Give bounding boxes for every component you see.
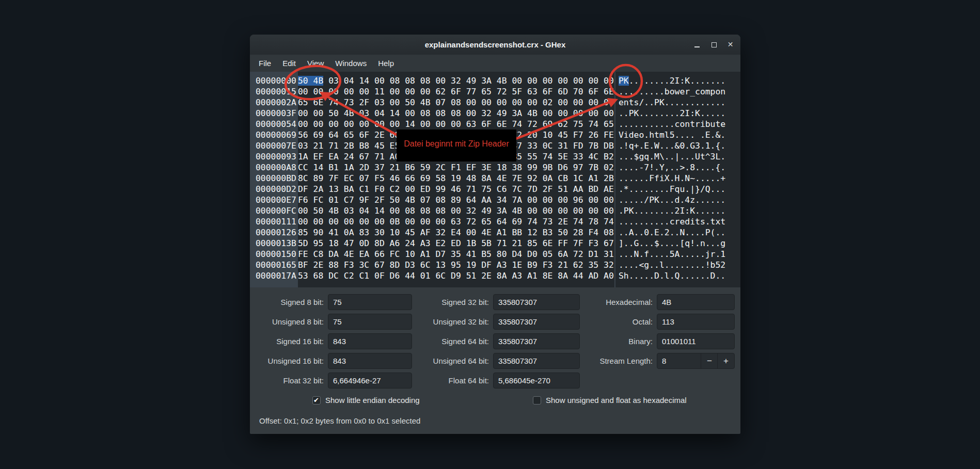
hex-offset: 0000003F (256, 108, 296, 119)
ascii-bytes[interactable]: .!q+.E.W...&0.G3.1.{. (619, 140, 725, 151)
ascii-bytes[interactable]: ...$gq.M\..|...Ut^3L. (619, 151, 725, 162)
checkbox-icon[interactable] (533, 396, 541, 405)
checkbox-unsigned-float-hex[interactable]: Show unsigned and float as hexadecimal (533, 396, 687, 405)
binary-input[interactable]: 01001011 (657, 333, 735, 349)
octal-input[interactable]: 113 (657, 314, 735, 330)
ascii-bytes[interactable]: ......FfiX.H.N~.....+ (619, 173, 725, 184)
hex-bytes[interactable]: CC 14 B1 1A 2D 37 21 B6 59 2C F1 EF 3E 1… (298, 162, 614, 173)
hex-bytes[interactable]: 5D 95 18 47 0D 8D A6 24 A3 E2 ED 1B 5B 7… (298, 238, 614, 249)
unsigned-32-bit-input[interactable]: 335807307 (493, 314, 580, 330)
ascii-bytes[interactable]: ..........credits.txt (619, 216, 725, 227)
hex-row: 000000FC00 50 4B 03 04 14 00 08 08 08 00… (250, 205, 740, 216)
hex-row: 000000D2DF 2A 13 BA C1 F0 C2 00 ED 99 46… (250, 184, 740, 195)
ascii-bytes[interactable]: ]..G...$....[q!.n...g (619, 238, 725, 249)
ascii-bytes[interactable]: ..A..0.E.2..N....P(.. (619, 227, 725, 238)
checkbox-label: Show little endian decoding (325, 396, 420, 405)
hex-row: 000000BD8C 89 7F EC 07 F5 46 66 69 58 19… (250, 173, 740, 184)
hex-bytes[interactable]: 1A EF EA 24 67 71 A0 4D 5C 00 00 7C 00 0… (298, 151, 614, 162)
hex-bytes[interactable]: 85 90 41 0A 83 30 10 45 AF 32 E4 00 4E A… (298, 227, 614, 238)
converter-field: Float 32 bit:6,664946e-27 (250, 373, 412, 389)
hex-bytes[interactable]: 65 6E 74 73 2F 03 00 50 4B 07 08 00 00 0… (298, 97, 614, 108)
hex-offset: 00000165 (256, 260, 296, 270)
stream-length-increment-button[interactable]: + (717, 353, 734, 368)
unsigned-8-bit-input[interactable]: 75 (328, 314, 412, 330)
hex-row: 0000000050 4B 03 04 14 00 08 08 08 00 32… (250, 75, 740, 86)
hex-bytes[interactable]: 00 00 00 00 00 00 00 14 00 00 00 63 6F 6… (298, 119, 614, 130)
ascii-bytes[interactable]: ...N.f....5A.....jr.1 (619, 249, 725, 260)
minimize-icon[interactable] (693, 41, 701, 48)
signed-64-bit-input[interactable]: 335807307 (493, 333, 580, 349)
close-icon[interactable]: ✕ (726, 41, 734, 48)
hex-offset: 000000E7 (256, 195, 296, 205)
hex-offset: 0000007E (256, 140, 296, 151)
hex-bytes[interactable]: 50 4B 03 04 14 00 08 08 08 00 32 49 3A 4… (298, 75, 614, 86)
hex-offset: 000000A8 (256, 162, 296, 173)
hex-bytes[interactable]: 03 21 71 2B B8 45 E5 57 00 00 00 26 30 0… (298, 140, 614, 151)
hex-offset: 00000093 (256, 151, 296, 162)
converter-field: Signed 8 bit:75 (250, 294, 412, 310)
hex-bytes[interactable]: 00 00 00 00 00 00 0B 00 00 00 63 72 65 6… (298, 216, 614, 227)
hex-bytes[interactable]: DF 2A 13 BA C1 F0 C2 00 ED 99 46 71 75 C… (298, 184, 614, 195)
ascii-bytes[interactable]: ....<g..l........!b52 (619, 260, 725, 270)
hexadecimal-input[interactable]: 4B (657, 294, 735, 310)
hex-view[interactable]: 0000000050 4B 03 04 14 00 08 08 08 00 32… (250, 72, 740, 287)
unsigned-16-bit-input[interactable]: 843 (328, 353, 412, 369)
menu-edit[interactable]: Edit (277, 59, 302, 68)
converter-field: Stream Length:8−+ (580, 353, 735, 369)
float-32-bit-input[interactable]: 6,664946e-27 (328, 373, 412, 389)
ascii-bytes[interactable]: Video.html5.... .E.&. (619, 130, 725, 140)
hex-bytes[interactable]: BF 2E 88 F3 3C 67 8D D3 6C 13 95 19 DF A… (298, 260, 614, 270)
ascii-bytes[interactable]: .........bower_compon (619, 86, 725, 97)
converter-field: Unsigned 8 bit:75 (250, 314, 412, 330)
hex-offset: 000000BD (256, 173, 296, 184)
hex-offset: 0000002A (256, 97, 296, 108)
hex-row: 0000017A53 68 DC C2 C1 0F D6 44 01 6C D9… (250, 270, 740, 281)
hex-bytes[interactable]: 00 50 4B 03 04 14 00 08 08 08 00 32 49 3… (298, 205, 614, 216)
ascii-bytes[interactable]: ...../PK...d.4z...... (619, 195, 725, 205)
hex-bytes[interactable]: 56 69 64 65 6F 2E 68 74 6D 6C 35 00 00 0… (298, 130, 614, 140)
ascii-bytes[interactable]: Sh.....D.l.Q......D.. (619, 270, 725, 281)
converter-column-3: Hexadecimal:4BOctal:113Binary:01001011St… (580, 294, 735, 369)
float-64-bit-input[interactable]: 5,686045e-270 (493, 373, 580, 389)
hex-bytes[interactable]: 00 00 50 4B 03 04 14 00 08 08 08 00 32 4… (298, 108, 614, 119)
menu-view[interactable]: View (302, 59, 329, 68)
menu-windows[interactable]: Windows (329, 59, 372, 68)
unsigned-16-bit-label: Unsigned 16 bit: (250, 357, 328, 365)
signed-16-bit-input[interactable]: 843 (328, 333, 412, 349)
converter-field: Octal:113 (580, 314, 735, 330)
ascii-bytes[interactable]: PK........2I:K....... (619, 75, 725, 86)
ascii-bytes[interactable]: .*........Fqu.|}/Q... (619, 184, 725, 195)
hex-bytes[interactable]: 8C 89 7F EC 07 F5 46 66 69 58 19 48 8A 4… (298, 173, 614, 184)
ascii-bytes[interactable]: .PK........2I:K...... (619, 205, 725, 216)
hex-selection[interactable]: 50 4B (298, 76, 323, 86)
menu-help[interactable]: Help (372, 59, 400, 68)
hex-offset: 000000FC (256, 205, 296, 216)
ascii-bytes[interactable]: ....-7!.Y,..>.8....{. (619, 162, 725, 173)
hex-bytes[interactable]: 53 68 DC C2 C1 0F D6 44 01 6C D9 51 2E 8… (298, 270, 614, 281)
hex-offset: 00000111 (256, 216, 296, 227)
ascii-bytes[interactable]: ents/..PK............ (619, 97, 725, 108)
hex-bytes[interactable]: F6 FC 01 C7 9F 2F 50 4B 07 08 89 64 AA 3… (298, 195, 614, 205)
hex-offset: 00000015 (256, 86, 296, 97)
hex-bytes[interactable]: 00 00 00 00 00 11 00 00 00 62 6F 77 65 7… (298, 86, 614, 97)
hex-bytes[interactable]: FE C8 DA 4E EA 66 FC 10 A1 D7 35 41 B5 8… (298, 249, 614, 260)
maximize-icon[interactable] (710, 41, 718, 48)
titlebar[interactable]: explainandsendscreenshot.crx - GHex ✕ (250, 35, 740, 55)
checkbox-icon[interactable] (312, 396, 321, 405)
hex-offset: 00000150 (256, 249, 296, 260)
stream-length-input[interactable]: 8−+ (657, 353, 735, 369)
stream-length-decrement-button[interactable]: − (701, 353, 718, 368)
unsigned-64-bit-input[interactable]: 335807307 (493, 353, 580, 369)
ascii-bytes[interactable]: ...........contribute (619, 119, 725, 130)
hex-row: 0000002A65 6E 74 73 2F 03 00 50 4B 07 08… (250, 97, 740, 108)
signed-32-bit-input[interactable]: 335807307 (493, 294, 580, 310)
ascii-bytes[interactable]: ..PK........2I:K..... (619, 108, 725, 119)
menu-file[interactable]: File (253, 59, 277, 68)
hex-row: 000000E7F6 FC 01 C7 9F 2F 50 4B 07 08 89… (250, 195, 740, 205)
converter-column-1: Signed 8 bit:75Unsigned 8 bit:75Signed 1… (250, 294, 412, 389)
signed-8-bit-input[interactable]: 75 (328, 294, 412, 310)
checkbox-little-endian[interactable]: Show little endian decoding (312, 396, 420, 405)
signed-16-bit-label: Signed 16 bit: (250, 337, 328, 346)
ascii-selection[interactable]: PK (619, 76, 629, 86)
hex-row: 00000150FE C8 DA 4E EA 66 FC 10 A1 D7 35… (250, 249, 740, 260)
